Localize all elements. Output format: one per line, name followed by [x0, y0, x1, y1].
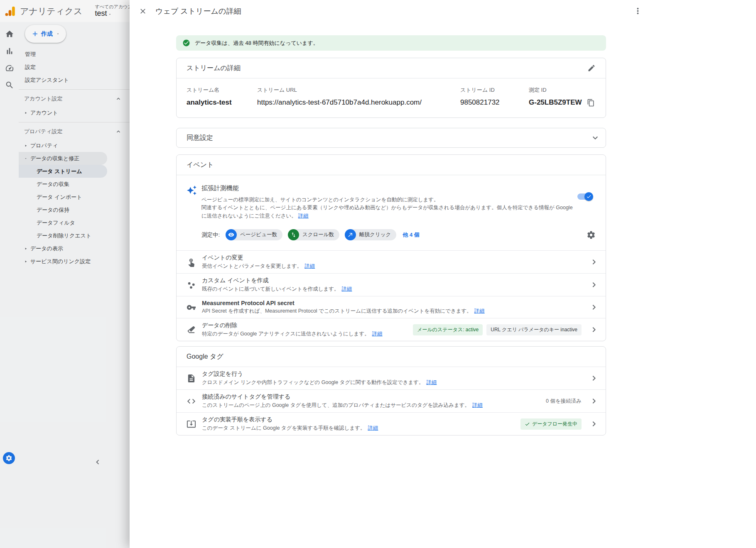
enhanced-measurement-title: 拡張計測機能 — [201, 184, 575, 192]
enhanced-measurement-toggle[interactable] — [577, 193, 592, 200]
consent-settings-card[interactable]: 同意設定 — [176, 128, 606, 148]
field-label: 測定 ID — [529, 86, 596, 94]
learn-more-link[interactable]: 詳細 — [298, 213, 309, 219]
field-label: ストリーム URL — [257, 86, 460, 94]
stream-name-value: analytics-test — [187, 98, 257, 107]
check-icon — [586, 194, 592, 199]
install-box-icon — [187, 419, 196, 429]
sidebar-item-data-filters[interactable]: データフィルタ — [19, 216, 130, 229]
close-icon[interactable] — [139, 7, 147, 15]
google-analytics-logo-icon[interactable] — [4, 5, 16, 17]
sparkle-icon — [187, 185, 197, 196]
learn-more-link[interactable]: 詳細 — [474, 308, 485, 314]
tag-document-icon — [187, 374, 196, 383]
sidebar-item-data-display[interactable]: データの表示 — [19, 242, 130, 255]
analytics-admin-page: アナリティクス すべてのアカウント test — [0, 0, 756, 548]
expand-right-icon — [24, 260, 27, 263]
outbound-arrow-icon — [345, 229, 356, 240]
sidebar-item-data-streams[interactable]: データ ストリーム — [19, 165, 107, 178]
panel-title: ウェブ ストリームの詳細 — [155, 6, 241, 16]
chip-outbound-clicks: 離脱クリック — [345, 229, 396, 240]
chevron-right-icon — [589, 373, 599, 383]
sidebar-nav-list: 管理 設定 設定アシスタント アカウント設定 アカウント プロパティ設定 プロパ… — [19, 48, 130, 268]
connected-tags-count: 0 個を接続済み — [546, 398, 582, 405]
learn-more-link[interactable]: 詳細 — [342, 286, 352, 292]
row-modify-events[interactable]: イベントの変更 受信イベントとパラメータを変更します。詳細 — [177, 250, 606, 273]
sidebar-item-data-import[interactable]: データ インポート — [19, 191, 130, 203]
measuring-row: 測定中: ページビュー数 スクロール数 — [177, 224, 606, 250]
touch-hand-icon — [187, 257, 196, 267]
gear-icon[interactable] — [587, 230, 596, 240]
copy-icon[interactable] — [587, 99, 595, 107]
expand-right-icon — [24, 111, 27, 115]
scatter-dots-icon — [187, 280, 196, 290]
row-manage-connected-tags[interactable]: 接続済みのサイトタグを管理する このストリームのページ上の Google タグを… — [177, 389, 606, 412]
section-account-settings[interactable]: アカウント設定 — [19, 91, 130, 106]
measuring-label: 測定中: — [201, 231, 220, 239]
chevron-right-icon — [589, 257, 599, 267]
reports-icon[interactable] — [0, 42, 19, 59]
email-status-badge: メールのステータス: active — [413, 324, 483, 335]
dropdown-arrow-icon — [56, 32, 60, 36]
home-icon[interactable] — [0, 25, 19, 42]
row-configure-tag-settings[interactable]: タグ設定を行う クロスドメイン リンクや内部トラフィックなどの Google タ… — [177, 367, 606, 389]
sidebar-collapse-icon[interactable] — [92, 457, 103, 467]
measurement-id-value: G-25LB5Z9TEW — [529, 98, 582, 107]
section-property-settings[interactable]: プロパティ設定 — [19, 124, 130, 139]
chevron-down-icon[interactable] — [590, 133, 600, 143]
more-measurements-link[interactable]: 他 4 個 — [403, 231, 419, 239]
row-mp-api-secret[interactable]: Measurement Protocol API secret API Secr… — [177, 296, 606, 318]
check-icon — [525, 421, 530, 427]
eraser-icon — [187, 325, 196, 335]
sidebar-item-settings[interactable]: 設定 — [19, 61, 130, 73]
row-view-tag-instructions[interactable]: タグの実装手順を表示する このデータ ストリームに Google タグを実装する… — [177, 412, 606, 435]
events-card: イベント 拡張計測機能 ページビューの標準測定に加え、サイトのコンテンツとのイン… — [176, 154, 606, 341]
url-query-status-badge: URL クエリ パラメータのキー inactive — [486, 324, 582, 335]
learn-more-link[interactable]: 詳細 — [472, 402, 483, 408]
more-menu-icon[interactable] — [633, 6, 643, 16]
eye-icon — [226, 229, 237, 240]
sidebar-item-data-deletion-requests[interactable]: データ削除リクエスト — [19, 229, 130, 242]
panel-content: データ収集は、過去 48 時間有効になっています。 ストリームの詳細 ストリーム… — [176, 22, 606, 435]
learn-more-link[interactable]: 詳細 — [372, 331, 383, 337]
sidebar-item-property[interactable]: プロパティ — [19, 139, 130, 152]
account-name: test — [95, 10, 107, 18]
learn-more-link[interactable]: 詳細 — [368, 425, 378, 431]
sidebar-item-account[interactable]: アカウント — [19, 106, 130, 119]
toggle-thumb — [584, 192, 593, 201]
advertising-icon[interactable] — [0, 59, 19, 76]
create-button[interactable]: 作成 — [25, 25, 66, 43]
panel-header: ウェブ ストリームの詳細 — [130, 0, 756, 22]
admin-gear-icon[interactable] — [3, 452, 15, 464]
nav-rail — [0, 22, 19, 93]
chip-page-views: ページビュー数 — [226, 229, 282, 240]
expand-right-icon — [24, 144, 27, 147]
plus-icon — [31, 30, 39, 38]
row-data-redaction[interactable]: データの削除 特定のデータが Google アナリティクスに送信されないようにし… — [177, 318, 606, 341]
chip-scrolls: スクロール数 — [288, 229, 339, 240]
chevron-right-icon — [589, 280, 599, 290]
chevron-right-icon — [589, 419, 599, 429]
stream-details-card: ストリームの詳細 ストリーム名 analytics-test ストリーム URL… — [176, 58, 606, 118]
edit-pencil-icon[interactable] — [587, 64, 596, 72]
divider — [19, 122, 130, 122]
sidebar-item-product-links[interactable]: サービス間のリンク設定 — [19, 255, 130, 268]
admin-sidebar: 作成 管理 設定 設定アシスタント アカウント設定 アカウント プロパティ設定 — [19, 22, 130, 548]
key-icon — [187, 303, 196, 312]
sidebar-item-admin[interactable]: 管理 — [19, 48, 130, 61]
field-label: ストリーム ID — [460, 86, 529, 94]
sidebar-item-data-collection-group[interactable]: データの収集と修正 — [19, 152, 107, 165]
sidebar-item-setup-assistant[interactable]: 設定アシスタント — [19, 73, 130, 86]
learn-more-link[interactable]: 詳細 — [427, 379, 437, 385]
sidebar-item-data-retention[interactable]: データの保持 — [19, 203, 130, 216]
chevron-right-icon — [589, 396, 599, 406]
data-flowing-badge: データフロー発生中 — [520, 418, 582, 430]
dropdown-arrow-icon — [108, 12, 112, 16]
expand-right-icon — [24, 247, 27, 250]
consent-title: 同意設定 — [187, 134, 213, 142]
explore-icon[interactable] — [0, 76, 19, 93]
sidebar-item-data-collection[interactable]: データの収集 — [19, 178, 130, 191]
data-collection-banner: データ収集は、過去 48 時間有効になっています。 — [176, 35, 606, 51]
row-create-custom-events[interactable]: カスタム イベントを作成 既存のイベントに基づいて新しいイベントを作成します。詳… — [177, 273, 606, 296]
learn-more-link[interactable]: 詳細 — [304, 263, 315, 269]
